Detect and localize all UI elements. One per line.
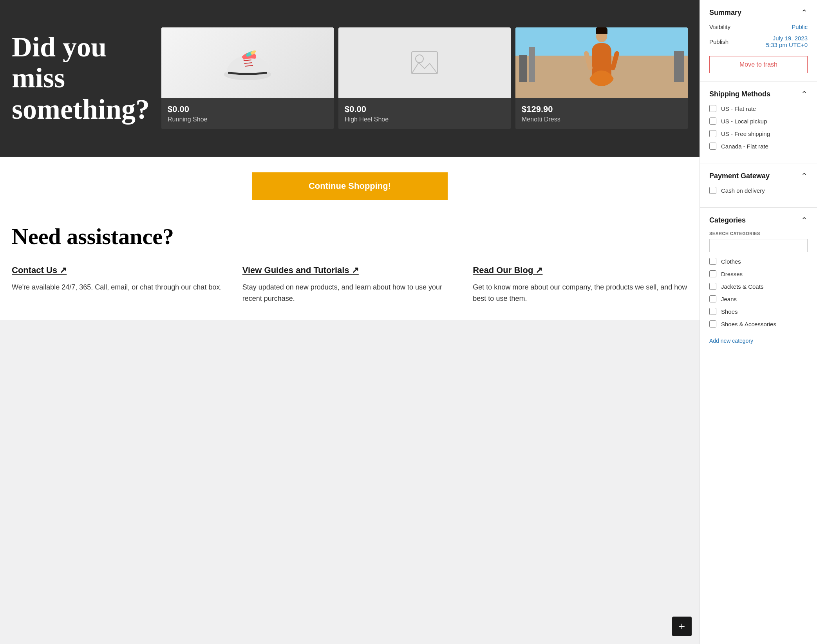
publish-label: Publish <box>709 38 728 45</box>
payment-label-1: Cash on delivery <box>721 187 765 194</box>
shipping-label-4: Canada - Flat rate <box>721 143 768 150</box>
visibility-label: Visibility <box>709 24 730 30</box>
shipping-method-3[interactable]: US - Free shipping <box>709 130 808 137</box>
category-checkbox-5[interactable] <box>709 308 716 315</box>
shipping-checkbox-3[interactable] <box>709 130 716 137</box>
category-label-3: Jackets & Coats <box>721 283 763 290</box>
category-label-5: Shoes <box>721 308 738 315</box>
hero-section: Did you miss something? <box>0 0 700 157</box>
category-label-1: Clothes <box>721 258 741 265</box>
assistance-grid: Contact Us ↗ We're available 24/7, 365. … <box>12 265 688 304</box>
main-wrapper: Did you miss something? <box>0 0 700 644</box>
category-label-6: Shoes & Accessories <box>721 321 776 327</box>
category-checkbox-3[interactable] <box>709 283 716 290</box>
fab-button[interactable]: + <box>672 617 692 636</box>
category-checkbox-1[interactable] <box>709 258 716 265</box>
category-label-2: Dresses <box>721 271 743 277</box>
shipping-label-3: US - Free shipping <box>721 130 770 137</box>
summary-section: Summary ⌃ Visibility Public Publish July… <box>700 0 817 81</box>
shipping-method-1[interactable]: US - Flat rate <box>709 105 808 112</box>
product-image-1 <box>161 27 334 98</box>
shipping-label-1: US - Flat rate <box>721 105 756 112</box>
shipping-header: Shipping Methods ⌃ <box>709 89 808 99</box>
category-3[interactable]: Jackets & Coats <box>709 283 808 290</box>
payment-section: Payment Gateway ⌃ Cash on delivery <box>700 163 817 208</box>
hero-title: Did you miss something? <box>12 32 150 125</box>
category-4[interactable]: Jeans <box>709 295 808 302</box>
shipping-collapse-icon[interactable]: ⌃ <box>801 89 808 99</box>
guides-link[interactable]: View Guides and Tutorials ↗ <box>242 265 457 275</box>
visibility-value[interactable]: Public <box>792 24 808 30</box>
guides-text: Stay updated on new products, and learn … <box>242 282 457 304</box>
category-checkbox-2[interactable] <box>709 270 716 277</box>
shipping-label-2: US - Local pickup <box>721 118 767 125</box>
category-1[interactable]: Clothes <box>709 258 808 265</box>
assistance-item-3: Read Our Blog ↗ Get to know more about o… <box>473 265 688 304</box>
contact-us-link[interactable]: Contact Us ↗ <box>12 265 227 275</box>
product-price-1: $0.00 <box>168 104 327 114</box>
product-info-2: $0.00 High Heel Shoe <box>338 98 511 129</box>
product-card-2[interactable]: $0.00 High Heel Shoe <box>338 27 511 129</box>
svg-point-5 <box>416 55 423 63</box>
main-content: Did you miss something? <box>0 0 700 320</box>
move-to-trash-button[interactable]: Move to trash <box>709 56 808 73</box>
product-image-3 <box>515 27 688 98</box>
shipping-section: Shipping Methods ⌃ US - Flat rate US - L… <box>700 81 817 163</box>
continue-shopping-button[interactable]: Continue Shopping! <box>252 172 448 200</box>
product-info-3: $129.90 Menotti Dress <box>515 98 688 129</box>
product-name-2: High Heel Shoe <box>345 116 504 123</box>
search-categories-label: SEARCH CATEGORIES <box>709 231 808 236</box>
shoe-image <box>161 27 334 98</box>
payment-header: Payment Gateway ⌃ <box>709 171 808 181</box>
product-price-2: $0.00 <box>345 104 504 114</box>
assistance-section: Need assistance? Contact Us ↗ We're avai… <box>0 215 700 320</box>
contact-us-text: We're available 24/7, 365. Call, email, … <box>12 282 227 293</box>
continue-shopping-section: Continue Shopping! <box>0 157 700 215</box>
product-name-1: Running Shoe <box>168 116 327 123</box>
category-6[interactable]: Shoes & Accessories <box>709 320 808 327</box>
category-2[interactable]: Dresses <box>709 270 808 277</box>
payment-title: Payment Gateway <box>709 172 770 180</box>
publish-date-container: July 19, 2023 5:33 pm UTC+0 <box>766 35 808 48</box>
categories-header: Categories ⌃ <box>709 215 808 225</box>
product-info-1: $0.00 Running Shoe <box>161 98 334 129</box>
categories-collapse-icon[interactable]: ⌃ <box>801 215 808 225</box>
publish-time[interactable]: 5:33 pm UTC+0 <box>766 42 808 48</box>
categories-title: Categories <box>709 216 746 224</box>
add-new-category-link[interactable]: Add new category <box>709 338 808 344</box>
shipping-checkbox-4[interactable] <box>709 143 716 150</box>
category-checkbox-4[interactable] <box>709 295 716 302</box>
category-label-4: Jeans <box>721 296 737 302</box>
publish-date[interactable]: July 19, 2023 <box>766 35 808 42</box>
sidebar: Summary ⌃ Visibility Public Publish July… <box>700 0 817 644</box>
payment-collapse-icon[interactable]: ⌃ <box>801 171 808 181</box>
svg-rect-4 <box>412 52 437 74</box>
shipping-method-2[interactable]: US - Local pickup <box>709 118 808 125</box>
shipping-title: Shipping Methods <box>709 90 770 98</box>
category-checkbox-6[interactable] <box>709 320 716 327</box>
shipping-checkbox-1[interactable] <box>709 105 716 112</box>
summary-header: Summary ⌃ <box>709 8 808 17</box>
assistance-item-2: View Guides and Tutorials ↗ Stay updated… <box>242 265 457 304</box>
product-cards: $0.00 Running Shoe <box>161 27 688 129</box>
categories-section: Categories ⌃ SEARCH CATEGORIES Clothes D… <box>700 208 817 352</box>
payment-gateway-1[interactable]: Cash on delivery <box>709 187 808 194</box>
payment-checkbox-1[interactable] <box>709 187 716 194</box>
assistance-item-1: Contact Us ↗ We're available 24/7, 365. … <box>12 265 227 304</box>
placeholder-svg <box>411 51 438 74</box>
summary-collapse-icon[interactable]: ⌃ <box>801 8 808 17</box>
categories-list: Clothes Dresses Jackets & Coats Jeans Sh… <box>709 258 808 333</box>
product-card-3[interactable]: $129.90 Menotti Dress <box>515 27 688 129</box>
blog-link[interactable]: Read Our Blog ↗ <box>473 265 688 275</box>
category-5[interactable]: Shoes <box>709 308 808 315</box>
search-categories-input[interactable] <box>709 239 808 252</box>
visibility-row: Visibility Public <box>709 24 808 30</box>
shipping-checkbox-2[interactable] <box>709 118 716 125</box>
product-image-2 <box>338 27 511 98</box>
publish-row: Publish July 19, 2023 5:33 pm UTC+0 <box>709 35 808 48</box>
blog-text: Get to know more about our company, the … <box>473 282 688 304</box>
shipping-method-4[interactable]: Canada - Flat rate <box>709 143 808 150</box>
assistance-title: Need assistance? <box>12 223 688 250</box>
summary-title: Summary <box>709 9 741 17</box>
product-card-1[interactable]: $0.00 Running Shoe <box>161 27 334 129</box>
